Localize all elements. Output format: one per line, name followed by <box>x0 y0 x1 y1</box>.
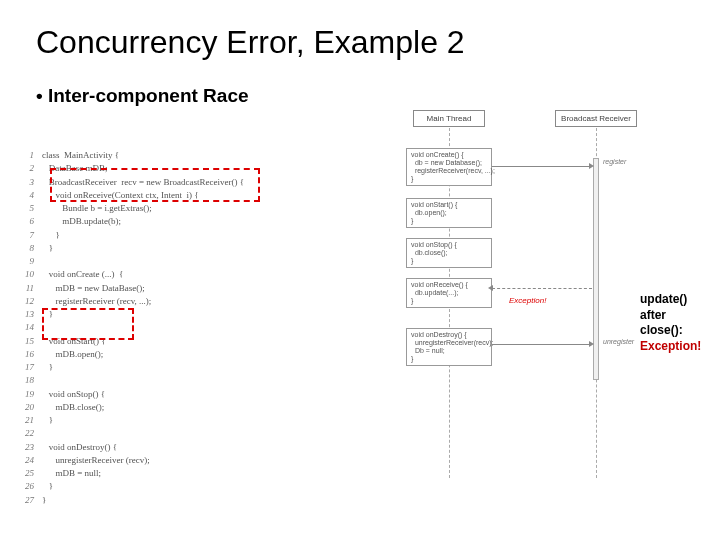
code-line <box>42 375 244 386</box>
label-unregister: unregister <box>603 338 634 345</box>
note-line: after <box>640 308 701 324</box>
code-line: } <box>42 230 244 241</box>
arrow-head-icon <box>589 341 594 347</box>
code-line <box>42 428 244 439</box>
seq-header-main-thread: Main Thread <box>413 110 485 127</box>
note-line: close(): <box>640 323 701 339</box>
side-note: update() after close(): Exception! <box>640 292 701 354</box>
code-line: mDB.open(); <box>42 349 244 360</box>
code-line: } <box>42 481 244 492</box>
code-line: mDB.update(b); <box>42 216 244 227</box>
highlight-box-onreceive <box>50 168 260 202</box>
seq-box-onstop: void onStop() { db.close(); } <box>406 238 492 268</box>
note-exception: Exception! <box>640 339 701 355</box>
sequence-diagram: Main Thread Broadcast Receiver void onCr… <box>375 110 640 490</box>
highlight-box-onstop <box>42 308 134 340</box>
code-line: void onStop() { <box>42 389 244 400</box>
arrow-unregister <box>492 344 592 345</box>
label-exception: Exception! <box>509 296 546 305</box>
code-line: void onDestroy() { <box>42 442 244 453</box>
code-line: unregisterReceiver (recv); <box>42 455 244 466</box>
slide-title: Concurrency Error, Example 2 <box>0 0 720 61</box>
code-line: mDB.close(); <box>42 402 244 413</box>
code-line: class MainActivity { <box>42 150 244 161</box>
code-line: mDB = null; <box>42 468 244 479</box>
seq-box-onreceive: void onReceive() { db.update(...); } <box>406 278 492 308</box>
code-line: } <box>42 415 244 426</box>
arrow-onreceive <box>492 288 592 289</box>
code-line: } <box>42 495 244 506</box>
seq-box-ondestroy: void onDestroy() { unregisterReceiver(re… <box>406 328 492 366</box>
label-register: register <box>603 158 626 165</box>
seq-header-broadcast-receiver: Broadcast Receiver <box>555 110 637 127</box>
seq-box-onstart: void onStart() { db.open(); } <box>406 198 492 228</box>
code-line: void onCreate (...) { <box>42 269 244 280</box>
bullet-text: Inter-component Race <box>0 61 720 107</box>
code-line: mDB = new DataBase(); <box>42 283 244 294</box>
note-line: update() <box>640 292 701 308</box>
code-line: } <box>42 243 244 254</box>
seq-box-oncreate: void onCreate() { db = new Database(); r… <box>406 148 492 186</box>
code-line <box>42 256 244 267</box>
code-line: Bundle b = i.getExtras(); <box>42 203 244 214</box>
arrow-head-icon <box>589 163 594 169</box>
arrow-head-icon <box>488 285 493 291</box>
code-line: } <box>42 362 244 373</box>
arrow-register <box>492 166 592 167</box>
code-line: registerReceiver (recv, ...); <box>42 296 244 307</box>
